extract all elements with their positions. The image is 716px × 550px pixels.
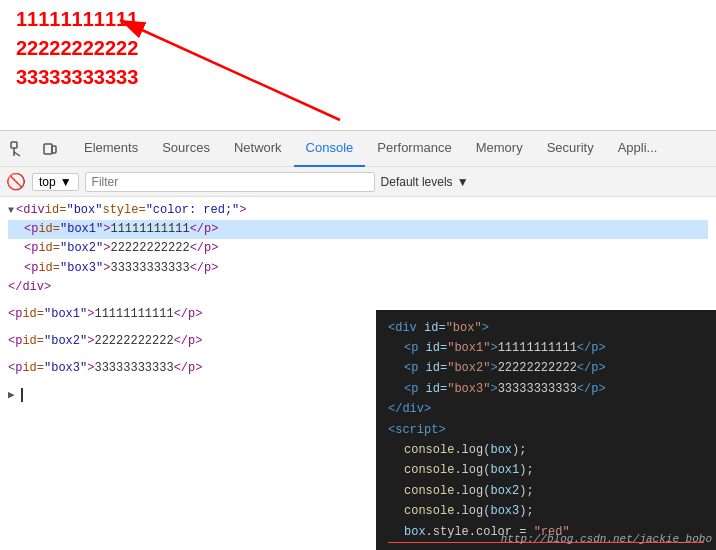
- tab-network[interactable]: Network: [222, 131, 294, 167]
- code-line: console.log(box2);: [388, 481, 704, 501]
- svg-rect-5: [44, 144, 52, 154]
- webpage-area: 11111111111 22222222222 33333333333: [0, 0, 716, 130]
- code-line: console.log(box3);: [388, 501, 704, 521]
- tree-line: <p id="box3">33333333333</p>: [8, 259, 708, 278]
- page-text-1: 11111111111: [16, 8, 700, 31]
- tree-line: ▼ <div id="box" style="color: red;">: [8, 201, 708, 220]
- no-entry-icon[interactable]: 🚫: [6, 172, 26, 191]
- tab-elements[interactable]: Elements: [72, 131, 150, 167]
- context-arrow-icon: ▼: [60, 175, 72, 189]
- tab-performance[interactable]: Performance: [365, 131, 463, 167]
- tab-application[interactable]: Appli...: [606, 131, 670, 167]
- tree-line: </div>: [8, 278, 708, 297]
- devtools-content: ▼ <div id="box" style="color: red;"> <p …: [0, 197, 716, 550]
- tab-sources[interactable]: Sources: [150, 131, 222, 167]
- code-line: console.log(box1);: [388, 460, 704, 480]
- chevron-right-icon: ▶: [8, 387, 15, 405]
- page-text-3: 33333333333: [16, 66, 700, 89]
- device-icon[interactable]: [36, 135, 64, 163]
- svg-rect-2: [11, 142, 17, 148]
- code-line: <p id="box3">33333333333</p>: [388, 379, 704, 399]
- toggle-arrow[interactable]: ▼: [8, 203, 14, 219]
- tree-line: <p id="box1">11111111111</p>: [8, 220, 708, 239]
- tree-line: [8, 297, 708, 305]
- svg-line-4: [14, 152, 20, 156]
- devtools-toolbar: Elements Sources Network Console Perform…: [0, 131, 716, 167]
- devtools-tabs: Elements Sources Network Console Perform…: [72, 131, 669, 167]
- code-line: console.log(box);: [388, 440, 704, 460]
- tab-console[interactable]: Console: [294, 131, 366, 167]
- console-bar: 🚫 top ▼ Default levels ▼: [0, 167, 716, 197]
- inspect-icon[interactable]: [4, 135, 32, 163]
- code-line: <script>: [388, 420, 704, 440]
- levels-arrow-icon: ▼: [457, 175, 469, 189]
- tab-security[interactable]: Security: [535, 131, 606, 167]
- page-text-2: 22222222222: [16, 37, 700, 60]
- toolbar-icons: [4, 135, 64, 163]
- tab-memory[interactable]: Memory: [464, 131, 535, 167]
- tree-line: <p id="box2">22222222222</p>: [8, 239, 708, 258]
- watermark: http://blog.csdn.net/jackie_bobo: [501, 530, 712, 549]
- filter-input[interactable]: [85, 172, 375, 192]
- svg-rect-6: [52, 146, 56, 153]
- code-popup: <div id="box"> <p id="box1">11111111111<…: [376, 310, 716, 550]
- devtools-panel: Elements Sources Network Console Perform…: [0, 130, 716, 550]
- code-line: <p id="box2">22222222222</p>: [388, 358, 704, 378]
- context-label: top: [39, 175, 56, 189]
- code-line: <div id="box">: [388, 318, 704, 338]
- code-line: <p id="box1">11111111111</p>: [388, 338, 704, 358]
- context-selector[interactable]: top ▼: [32, 173, 79, 191]
- code-line: </div>: [388, 399, 704, 419]
- default-levels[interactable]: Default levels ▼: [381, 175, 469, 189]
- cursor: [21, 388, 23, 402]
- levels-label: Default levels: [381, 175, 453, 189]
